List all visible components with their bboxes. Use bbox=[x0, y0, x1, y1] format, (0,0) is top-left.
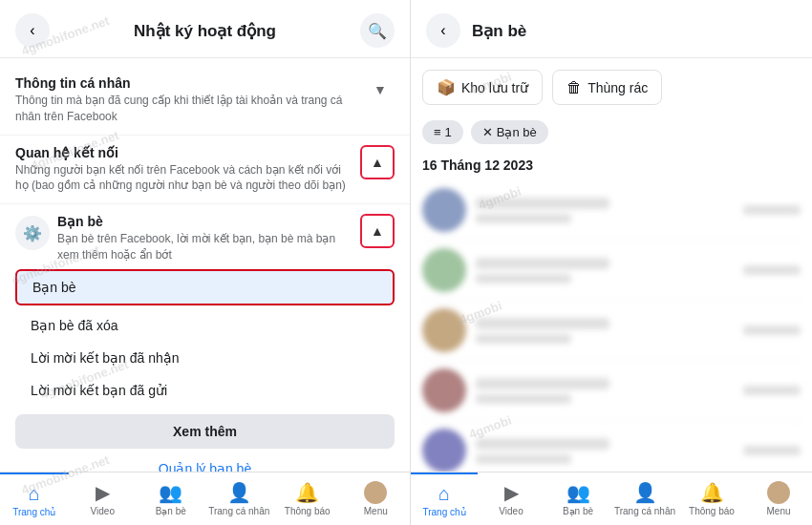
ban-be-desc: Bạn bè trên Facebook, lời mời kết bạn, b… bbox=[57, 231, 353, 263]
friend-info bbox=[476, 258, 734, 284]
right-bottom-nav: ⌂ Trang chủ ▶ Video 👥 Bạn bè 👤 Trang cá … bbox=[411, 472, 812, 525]
left-panel: ‹ Nhật ký hoạt động 🔍 Thông tin cá nhân … bbox=[0, 0, 411, 525]
right-panel: ‹ Bạn bè 📦 Kho lưu trữ 🗑 Thùng rác ≡ 1 ✕… bbox=[411, 0, 812, 525]
nav-menu-right-label: Menu bbox=[766, 506, 790, 516]
filter-count: 1 bbox=[445, 125, 452, 139]
nav-thong-bao-left[interactable]: 🔔 Thông báo bbox=[273, 472, 342, 525]
nav-ban-be-left-label: Bạn bè bbox=[156, 506, 186, 516]
quan-he-title: Quan hệ kết nối bbox=[15, 145, 353, 160]
ban-be-chevron[interactable]: ▲ bbox=[360, 214, 395, 248]
submenu-loi-moi-da-gui[interactable]: Lời mời kết bạn đã gửi bbox=[15, 374, 395, 407]
kho-luu-tru-label: Kho lưu trữ bbox=[461, 80, 528, 95]
friend-detail bbox=[476, 214, 571, 223]
nav-thong-bao-right-label: Thông báo bbox=[689, 506, 735, 516]
thong-tin-chevron[interactable]: ▼ bbox=[366, 75, 395, 104]
friends-icon-left: 👥 bbox=[159, 481, 182, 504]
nav-trang-chu-right-label: Trang chủ bbox=[422, 507, 465, 517]
nav-menu-left[interactable]: Menu bbox=[342, 472, 411, 525]
friend-date bbox=[743, 446, 801, 455]
back-icon: ‹ bbox=[30, 22, 34, 39]
friend-name bbox=[476, 198, 609, 209]
nav-menu-right[interactable]: Menu bbox=[745, 472, 812, 525]
thong-tin-title: Thông tin cá nhân bbox=[15, 75, 358, 91]
avatar bbox=[422, 368, 466, 412]
submenu-ban-be-da-xoa[interactable]: Bạn bè đã xóa bbox=[15, 309, 395, 342]
filter-row: ≡ 1 ✕ Bạn bè bbox=[422, 120, 801, 144]
left-bottom-nav: ⌂ Trang chủ ▶ Video 👥 Bạn bè 👤 Trang cá … bbox=[0, 472, 410, 525]
nav-trang-ca-nhan-right[interactable]: 👤 Trang cá nhân bbox=[611, 472, 678, 525]
nav-ban-be-right[interactable]: 👥 Bạn bè bbox=[545, 472, 611, 525]
quan-he-desc: Những người bạn kết nối trên Facebook và… bbox=[15, 162, 353, 195]
submenu-ban-be[interactable]: Bạn bè bbox=[15, 269, 395, 305]
right-header: ‹ Bạn bè bbox=[411, 0, 812, 58]
nav-trang-ca-nhan-right-label: Trang cá nhân bbox=[614, 506, 675, 516]
ban-be-title: Bạn bè bbox=[57, 214, 353, 229]
nav-video-right-label: Video bbox=[499, 506, 523, 516]
friend-item bbox=[422, 241, 801, 301]
action-row: 📦 Kho lưu trữ 🗑 Thùng rác bbox=[422, 66, 801, 109]
filter-tag-ban-be[interactable]: ✕ Bạn bè bbox=[471, 120, 548, 144]
nav-menu-left-label: Menu bbox=[364, 506, 388, 516]
right-title: Bạn bè bbox=[472, 21, 797, 41]
ban-be-gear-icon: ⚙️ bbox=[15, 216, 50, 250]
friend-item bbox=[422, 180, 801, 241]
friend-date bbox=[743, 265, 801, 275]
friend-detail bbox=[476, 274, 571, 284]
archive-icon: 📦 bbox=[437, 78, 456, 96]
friends-list bbox=[422, 180, 801, 472]
left-content: Thông tin cá nhân Thông tin mà bạn đã cu… bbox=[0, 58, 410, 472]
quan-he-chevron[interactable]: ▲ bbox=[360, 145, 395, 179]
profile-icon-right: 👤 bbox=[633, 481, 657, 504]
back-button[interactable]: ‹ bbox=[15, 13, 50, 48]
thung-rac-button[interactable]: 🗑 Thùng rác bbox=[552, 70, 662, 105]
avatar bbox=[422, 429, 466, 472]
nav-trang-ca-nhan-left[interactable]: 👤 Trang cá nhân bbox=[205, 472, 274, 525]
friend-info bbox=[476, 378, 734, 404]
profile-icon-left: 👤 bbox=[227, 481, 251, 504]
nav-ban-be-left[interactable]: 👥 Bạn bè bbox=[137, 472, 205, 525]
home-icon-right: ⌂ bbox=[438, 483, 450, 505]
nav-trang-chu-left[interactable]: ⌂ Trang chủ bbox=[0, 472, 69, 525]
ban-be-text: Bạn bè Bạn bè trên Facebook, lời mời kết… bbox=[57, 214, 353, 263]
video-icon-right: ▶ bbox=[504, 481, 519, 504]
search-icon: 🔍 bbox=[368, 22, 387, 40]
nav-thong-bao-left-label: Thông báo bbox=[285, 506, 331, 516]
thong-tin-section: Thông tin cá nhân Thông tin mà bạn đã cu… bbox=[0, 66, 410, 136]
friend-name bbox=[476, 378, 609, 389]
friend-detail bbox=[476, 454, 571, 464]
xem-them-button[interactable]: Xem thêm bbox=[15, 414, 395, 449]
left-title: Nhật ký hoạt động bbox=[134, 21, 276, 41]
ban-be-submenu: Bạn bè Bạn bè đã xóa Lời mời kết bạn đã … bbox=[15, 269, 395, 472]
filter-icon: ≡ bbox=[434, 125, 441, 139]
avatar bbox=[422, 188, 466, 232]
notif-icon-right: 🔔 bbox=[700, 481, 724, 504]
ban-be-section: ⚙️ Bạn bè Bạn bè trên Facebook, lời mời … bbox=[0, 204, 410, 472]
right-back-button[interactable]: ‹ bbox=[426, 13, 460, 48]
friend-item bbox=[422, 301, 801, 361]
friend-date bbox=[743, 205, 801, 215]
nav-trang-chu-right[interactable]: ⌂ Trang chủ bbox=[411, 472, 478, 525]
nav-video-right[interactable]: ▶ Video bbox=[478, 472, 545, 525]
date-group-label: 16 Tháng 12 2023 bbox=[422, 158, 801, 173]
thong-tin-text: Thông tin cá nhân Thông tin mà bạn đã cu… bbox=[15, 75, 358, 125]
search-button[interactable]: 🔍 bbox=[360, 13, 395, 48]
quan-he-text: Quan hệ kết nối Những người bạn kết nối … bbox=[15, 145, 353, 195]
nav-video-left[interactable]: ▶ Video bbox=[69, 472, 138, 525]
submenu-loi-moi-da-nhan[interactable]: Lời mời kết bạn đã nhận bbox=[15, 342, 395, 374]
friend-date bbox=[743, 326, 801, 335]
nav-thong-bao-right[interactable]: 🔔 Thông báo bbox=[678, 472, 745, 525]
quan-ly-ban-be-link[interactable]: Quản lý bạn bè bbox=[15, 452, 395, 472]
friend-info bbox=[476, 438, 734, 464]
quan-he-header: Quan hệ kết nối Những người bạn kết nối … bbox=[15, 145, 395, 195]
kho-luu-tru-button[interactable]: 📦 Kho lưu trữ bbox=[422, 70, 543, 105]
friend-name bbox=[476, 438, 609, 450]
video-icon-left: ▶ bbox=[96, 481, 110, 504]
menu-icon-left bbox=[364, 481, 387, 504]
nav-trang-chu-left-label: Trang chủ bbox=[12, 507, 55, 517]
filter-badge-1[interactable]: ≡ 1 bbox=[422, 120, 463, 144]
friend-item bbox=[422, 421, 801, 472]
right-content: 📦 Kho lưu trữ 🗑 Thùng rác ≡ 1 ✕ Bạn bè 1… bbox=[411, 58, 812, 472]
friend-detail bbox=[476, 394, 571, 404]
nav-video-left-label: Video bbox=[91, 506, 115, 516]
nav-trang-ca-nhan-left-label: Trang cá nhân bbox=[208, 506, 269, 516]
